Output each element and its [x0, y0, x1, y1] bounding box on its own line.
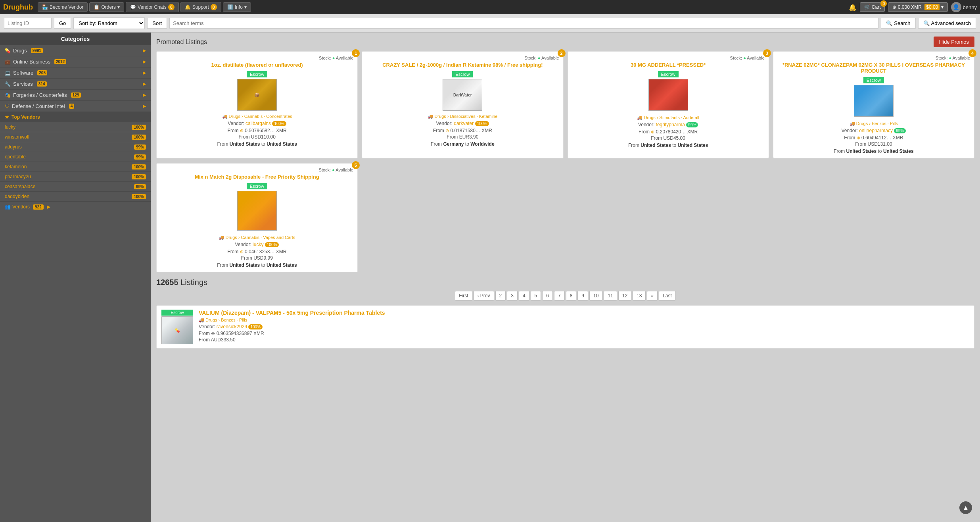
orders-button[interactable]: 📋 Orders ▾: [89, 2, 124, 12]
promo-shipping-1: From United States to United States: [161, 141, 353, 147]
wrench-icon: 🔧: [5, 81, 11, 87]
listing-cat-link-valium[interactable]: Drugs › Benzos · Pills: [205, 318, 247, 322]
page-13[interactable]: 13: [633, 291, 646, 300]
vendor-ceasarspalace[interactable]: ceasarspalace 99%: [0, 182, 151, 192]
page-9[interactable]: 9: [577, 291, 588, 300]
promo-number-2: 2: [558, 49, 566, 57]
page-4[interactable]: 4: [519, 291, 529, 300]
promo-eur-2: From EUR3.90: [366, 134, 559, 140]
vendor-pharmacy2u[interactable]: pharmacy2u 100%: [0, 172, 151, 182]
vendors-arrow-icon: ▶: [47, 204, 50, 210]
page-6[interactable]: 6: [542, 291, 553, 300]
vendor-name-addyrus: addyrus: [5, 144, 22, 150]
xmr-icon-1: ⊕: [240, 128, 244, 133]
promo-price-2: From ⊕ 0.01871580… XMR: [366, 128, 559, 133]
search-button[interactable]: 🔍 Search: [881, 18, 915, 29]
page-last[interactable]: Last: [659, 291, 676, 300]
sort-select[interactable]: Sort by: Random: [73, 17, 145, 29]
listing-info-valium: VALIUM (Diazepam) - VALPAM5 - 50x 5mg Pr…: [199, 310, 969, 343]
page-next[interactable]: »: [647, 291, 658, 300]
category-link-1[interactable]: Drugs › Cannabis · Concentrates: [229, 114, 292, 119]
user-menu-button[interactable]: 👤 benny: [951, 2, 977, 12]
promo-title-2[interactable]: CRAZY SALE / 2g-1000g / Indian R Ketamin…: [366, 62, 559, 68]
sidebar-label-online-business: Online Business: [13, 59, 50, 65]
vendor-link-3[interactable]: tegritypharma: [656, 122, 685, 127]
promo-title-4[interactable]: *RNAZE 02MG* CLONAZEPAM 02MG X 30 PILLS …: [777, 62, 970, 74]
listing-title-valium[interactable]: VALIUM (Diazepam) - VALPAM5 - 50x 5mg Pr…: [199, 310, 969, 316]
listing-thumb-container-valium: Escrow 💊: [161, 310, 193, 344]
cart-icon: 🛒: [864, 4, 870, 10]
page-5[interactable]: 5: [531, 291, 541, 300]
hide-promos-button[interactable]: Hide Promos: [934, 37, 974, 47]
categories-header: Categories: [0, 33, 151, 45]
page-2[interactable]: 2: [495, 291, 506, 300]
search-terms-input[interactable]: [169, 18, 878, 29]
page-prev[interactable]: ‹ Prev: [474, 291, 494, 300]
forgeries-badge: 129: [71, 92, 81, 98]
vendors-footer[interactable]: 👥 Vendors 922 ▶: [0, 202, 151, 212]
scroll-to-top-button[interactable]: ▲: [959, 501, 972, 514]
vendor-lucky[interactable]: lucky 100%: [0, 122, 151, 132]
xmr-balance-button[interactable]: ⊕ 0.000 XMR $0.00 ▾: [888, 2, 947, 12]
defense-arrow-icon: ▶: [143, 104, 146, 109]
listing-id-input[interactable]: [4, 18, 52, 29]
vendor-score-badge-5: 100%: [265, 242, 279, 247]
page-3[interactable]: 3: [507, 291, 518, 300]
notifications-button[interactable]: 🔔: [849, 4, 857, 11]
computer-icon: 💻: [5, 70, 11, 76]
advanced-search-button[interactable]: 🔍 Advanced search: [918, 18, 976, 29]
promo-category-5: 🚚 Drugs › Cannabis · Vapes and Carts: [161, 235, 353, 240]
sidebar-item-software[interactable]: 💻 Software 205 ▶: [0, 67, 151, 79]
page-12[interactable]: 12: [618, 291, 631, 300]
vendor-link-5[interactable]: lucky: [253, 242, 263, 247]
promo-price-5: From ⊕ 0.04613253… XMR: [161, 249, 353, 254]
support-button[interactable]: 🔔 Support 0: [180, 2, 221, 12]
sort-button[interactable]: Sort: [147, 18, 167, 29]
category-link-5[interactable]: Drugs › Cannabis · Vapes and Carts: [225, 235, 295, 240]
page-10[interactable]: 10: [589, 291, 602, 300]
stock-dot-2: ●: [538, 56, 541, 60]
go-button[interactable]: Go: [54, 18, 71, 29]
become-vendor-button[interactable]: 🏪 Become Vendor: [38, 2, 88, 12]
promo-title-1[interactable]: 1oz. distillate (flavored or unflavored): [161, 62, 353, 68]
sidebar-item-services[interactable]: 🔧 Services 314 ▶: [0, 79, 151, 90]
category-link-3[interactable]: Drugs › Stimulants · Adderall: [644, 115, 699, 120]
page-first[interactable]: First: [455, 291, 472, 300]
vendor-link-4[interactable]: onlinepharmacy: [859, 128, 893, 133]
vendor-link-1[interactable]: calibargains: [245, 121, 271, 126]
promo-category-4: 🚚 Drugs › Benzos · Pills: [777, 121, 970, 126]
vendor-winstonwolf[interactable]: winstonwolf 100%: [0, 132, 151, 142]
sidebar-item-forgeries[interactable]: 🎭 Forgeries / Counterfeits 129 ▶: [0, 90, 151, 101]
vendor-opentable[interactable]: opentable 99%: [0, 152, 151, 162]
vendor-link-2[interactable]: darkvater: [454, 121, 474, 126]
sidebar-item-defense[interactable]: 🛡 Defense / Counter Intel 4 ▶: [0, 101, 151, 112]
promo-shipping-2: From Germany to Worldwide: [366, 141, 559, 147]
top-vendors-header: ★ Top Vendors: [0, 112, 151, 122]
user-avatar: 👤: [951, 2, 961, 12]
vendor-ketamelon[interactable]: ketamelon 100%: [0, 162, 151, 172]
page-8[interactable]: 8: [566, 291, 577, 300]
page-7[interactable]: 7: [554, 291, 565, 300]
pill-icon: 💊: [5, 48, 11, 54]
top-vendors-label: Top Vendors: [12, 114, 40, 120]
promo-title-3[interactable]: 30 MG ADDERALL *PRESSED*: [572, 62, 765, 68]
software-arrow-icon: ▶: [143, 70, 146, 75]
xmr-icon-5: ⊕: [240, 249, 244, 254]
sidebar-item-drugs[interactable]: 💊 Drugs 9991 ▶: [0, 45, 151, 56]
sidebar-item-online-business[interactable]: 💼 Online Business 2012 ▶: [0, 56, 151, 67]
vendor-addyrus[interactable]: addyrus 99%: [0, 142, 151, 152]
promo-title-5[interactable]: Mix n Match 2g Disposable - Free Priorit…: [161, 174, 353, 180]
online-business-badge: 2012: [54, 59, 66, 64]
info-button[interactable]: ℹ️ Info ▾: [223, 2, 251, 12]
promoted-title: Promoted Listings: [156, 39, 207, 46]
vendor-daddybiden[interactable]: daddybiden 100%: [0, 192, 151, 202]
cart-button[interactable]: 🛒 Cart 0: [860, 2, 885, 12]
adv-search-icon: 🔍: [923, 20, 930, 26]
category-link-2[interactable]: Drugs › Dissociatives · Ketamine: [434, 114, 497, 119]
vendor-chats-button[interactable]: 💬 Vendor Chats 0: [126, 2, 179, 12]
page-11[interactable]: 11: [604, 291, 617, 300]
listing-vendor-link-valium[interactable]: ravensick2929: [217, 324, 247, 329]
site-logo[interactable]: Drughub: [3, 3, 33, 12]
vendor-score-badge-2: 100%: [475, 121, 489, 126]
category-link-4[interactable]: Drugs › Benzos · Pills: [856, 121, 898, 126]
